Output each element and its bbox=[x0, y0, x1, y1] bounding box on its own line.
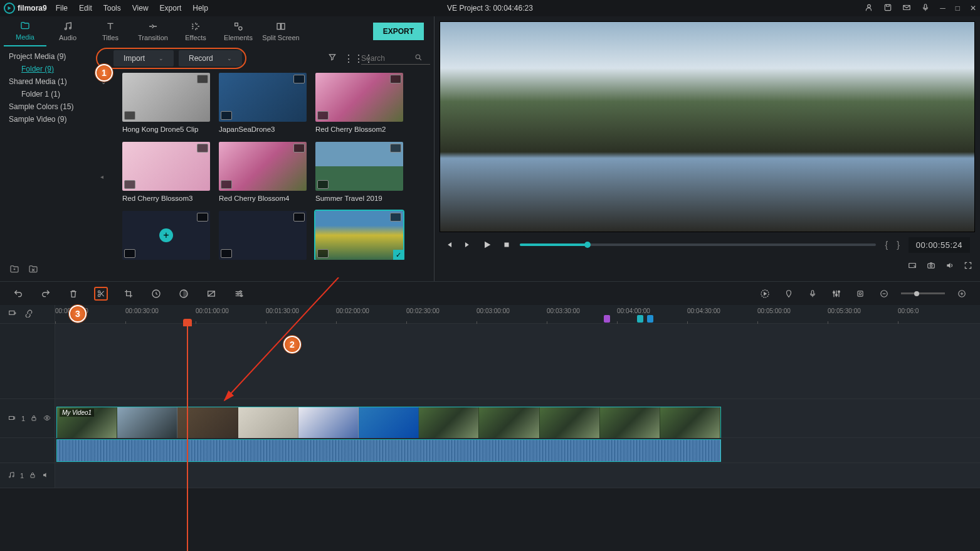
tree-shared-media[interactable]: Shared Media (1)⌄ bbox=[0, 75, 110, 88]
account-icon[interactable] bbox=[865, 3, 873, 14]
eye-icon[interactable] bbox=[43, 414, 51, 423]
media-clip[interactable]: JapanSeaDrone3 bbox=[219, 73, 307, 133]
clip-add-icon[interactable] bbox=[317, 111, 329, 120]
marker-icon[interactable] bbox=[782, 287, 796, 301]
playhead[interactable] bbox=[187, 324, 188, 551]
delete-icon[interactable] bbox=[66, 287, 80, 301]
track-content[interactable] bbox=[55, 324, 980, 399]
quality-icon[interactable] bbox=[907, 261, 917, 272]
audio-track-content-2[interactable] bbox=[55, 463, 980, 488]
media-clip[interactable]: Red Cherry Blossom4 bbox=[219, 142, 307, 202]
video-track-content[interactable]: My Video1 bbox=[55, 399, 980, 437]
voiceover-icon[interactable] bbox=[806, 287, 819, 301]
clip-add-icon[interactable] bbox=[124, 111, 135, 120]
split-scissors-icon[interactable] bbox=[94, 287, 108, 301]
lock-icon[interactable] bbox=[29, 471, 36, 480]
timeline-marker[interactable] bbox=[637, 315, 643, 323]
zoom-in-icon[interactable] bbox=[955, 287, 969, 301]
tab-audio[interactable]: Audio bbox=[46, 16, 89, 46]
mute-icon[interactable] bbox=[41, 471, 50, 480]
play-icon[interactable] bbox=[482, 240, 492, 250]
zoom-out-icon[interactable] bbox=[877, 287, 891, 301]
mixer-icon[interactable] bbox=[830, 287, 843, 301]
stop-icon[interactable] bbox=[502, 240, 511, 249]
clip-add-icon[interactable] bbox=[221, 249, 232, 258]
undo-icon[interactable] bbox=[11, 287, 25, 301]
export-button[interactable]: EXPORT bbox=[373, 23, 424, 40]
step-forward-icon[interactable] bbox=[463, 240, 472, 249]
filter-icon[interactable] bbox=[326, 53, 339, 64]
speed-icon[interactable] bbox=[149, 287, 163, 301]
close-icon[interactable]: ✕ bbox=[970, 4, 976, 13]
tree-folder[interactable]: Folder (9) bbox=[0, 63, 110, 75]
clip-add-icon[interactable] bbox=[317, 249, 329, 258]
record-button[interactable]: Record⌄ bbox=[179, 50, 242, 67]
fullscreen-icon[interactable] bbox=[964, 261, 972, 272]
tree-shared-folder[interactable]: Folder 1 (1) bbox=[0, 88, 110, 100]
crop-icon[interactable] bbox=[122, 287, 135, 301]
clip-add-icon[interactable] bbox=[221, 111, 232, 120]
clip-add-icon[interactable] bbox=[221, 180, 232, 189]
menu-tools[interactable]: Tools bbox=[103, 4, 121, 13]
mark-in-icon[interactable]: { bbox=[885, 240, 888, 250]
mic-icon[interactable] bbox=[921, 3, 930, 14]
tab-titles[interactable]: Titles bbox=[89, 16, 132, 46]
menu-export[interactable]: Export bbox=[160, 4, 182, 13]
menu-edit[interactable]: Edit bbox=[79, 4, 92, 13]
delete-folder-icon[interactable] bbox=[28, 264, 39, 277]
save-icon[interactable] bbox=[883, 3, 892, 14]
tab-splitscreen[interactable]: Split Screen bbox=[260, 16, 302, 46]
search-icon[interactable] bbox=[414, 53, 423, 64]
tree-project-media[interactable]: Project Media (9) bbox=[0, 50, 110, 63]
tree-sample-colors[interactable]: Sample Colors (15) bbox=[0, 100, 110, 113]
mark-out-icon[interactable]: } bbox=[897, 240, 900, 250]
clip-add-icon[interactable] bbox=[124, 180, 135, 189]
adjust-icon[interactable] bbox=[232, 287, 246, 301]
media-clip[interactable]: Summer Travel 2019 bbox=[315, 142, 403, 202]
search-input[interactable] bbox=[361, 53, 430, 65]
tab-effects[interactable]: Effects bbox=[174, 16, 217, 46]
progress-bar[interactable] bbox=[520, 243, 876, 246]
green-screen-icon[interactable] bbox=[204, 287, 218, 301]
volume-icon[interactable] bbox=[945, 261, 955, 272]
collapse-tree-icon[interactable]: ◂ bbox=[100, 173, 103, 180]
grid-view-icon[interactable]: ⋮⋮⋮ bbox=[344, 53, 356, 65]
menu-view[interactable]: View bbox=[132, 4, 149, 13]
media-clip[interactable]: VID_20190903_151707 bbox=[219, 211, 307, 260]
tab-elements[interactable]: Elements bbox=[217, 16, 260, 46]
minimize-icon[interactable]: ─ bbox=[940, 4, 946, 13]
link-icon[interactable] bbox=[24, 309, 34, 320]
keyframe-icon[interactable] bbox=[853, 287, 867, 301]
video-clip[interactable]: My Video1 bbox=[56, 407, 721, 439]
mail-icon[interactable] bbox=[902, 3, 911, 14]
import-button[interactable]: Import⌄ bbox=[113, 50, 174, 67]
menu-help[interactable]: Help bbox=[192, 4, 208, 13]
media-clip[interactable]: Hong Kong Drone5 Clip bbox=[122, 73, 210, 133]
media-clip[interactable]: VID_20190903_151617 bbox=[122, 211, 210, 260]
color-icon[interactable] bbox=[177, 287, 191, 301]
timeline-marker[interactable] bbox=[647, 315, 653, 323]
redo-icon[interactable] bbox=[39, 287, 53, 301]
tab-transition[interactable]: Transition bbox=[132, 16, 174, 46]
search-field[interactable] bbox=[361, 54, 414, 63]
add-track-icon[interactable] bbox=[8, 309, 18, 320]
audio-clip[interactable] bbox=[56, 439, 721, 462]
lock-icon[interactable] bbox=[30, 414, 38, 423]
maximize-icon[interactable]: □ bbox=[956, 4, 960, 13]
ruler-ticks[interactable]: 00:00:00:0000:00:30:0000:01:00:0000:01:3… bbox=[55, 305, 980, 323]
new-folder-icon[interactable] bbox=[9, 264, 20, 277]
tab-media[interactable]: Media bbox=[4, 16, 46, 46]
snapshot-icon[interactable] bbox=[926, 261, 936, 272]
clip-add-icon[interactable] bbox=[317, 180, 329, 189]
preview-video[interactable] bbox=[440, 21, 975, 232]
step-back-icon[interactable] bbox=[445, 240, 453, 249]
render-icon[interactable] bbox=[758, 287, 772, 301]
media-clip[interactable]: Red Cherry Blossom3 bbox=[122, 142, 210, 202]
clip-add-icon[interactable] bbox=[124, 249, 135, 258]
tree-sample-video[interactable]: Sample Video (9) bbox=[0, 113, 110, 126]
timeline-marker[interactable] bbox=[604, 315, 610, 323]
zoom-slider[interactable] bbox=[901, 292, 945, 294]
media-clip[interactable]: Red Cherry Blossom2 bbox=[315, 73, 403, 133]
menu-file[interactable]: File bbox=[56, 4, 68, 13]
media-clip[interactable]: My Video1 bbox=[315, 211, 403, 260]
